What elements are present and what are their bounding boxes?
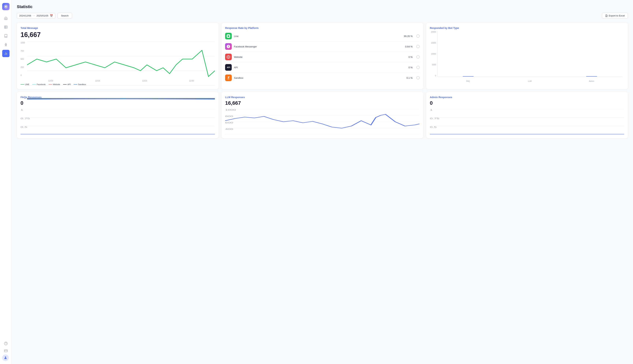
bar-admin: [561, 76, 622, 76]
sidebar-item-home[interactable]: [2, 15, 10, 22]
sandbox-name: Sandbox: [234, 76, 404, 79]
svg-text:400: 400: [225, 128, 233, 130]
sidebar-item-card[interactable]: [2, 347, 10, 354]
svg-rect-12: [4, 350, 7, 352]
total-message-title: Total Message: [20, 26, 215, 30]
date-to: 2025/01/05: [36, 14, 48, 17]
line-name: Line: [234, 35, 402, 38]
bot-type-title: Responded by Bot Type: [430, 26, 624, 30]
llm-title: LLM Responses: [225, 96, 420, 99]
facebook-radio[interactable]: [416, 45, 420, 48]
date-from: 2024/12/06: [19, 14, 31, 17]
export-label: Export to Excel: [609, 14, 625, 17]
sandbox-radio[interactable]: [416, 76, 420, 80]
svg-point-6: [6, 44, 6, 45]
line-pct: 99.26 %: [404, 35, 413, 38]
svg-point-14: [5, 356, 6, 358]
platform-item-api: API API 0 %: [225, 62, 420, 73]
total-message-card: Total Message 16,667 10007505002500: [17, 23, 218, 89]
response-rate-card: Response Rate by Platform Line 99.26 %: [222, 23, 423, 89]
yaxis-labels: 10007505002500: [20, 42, 26, 76]
sidebar-item-chart[interactable]: [2, 50, 10, 57]
platform-item-facebook: Facebook Messenger 0.64 %: [225, 42, 420, 52]
website-radio[interactable]: [416, 55, 420, 58]
svg-point-0: [5, 6, 6, 7]
toolbar: 2024/12/06 → 2025/01/05 📅 Search Export …: [17, 13, 628, 18]
xlabel-llm: LLM: [499, 80, 561, 82]
api-radio[interactable]: [416, 66, 420, 69]
llm-chart: 1000 800 600 400: [225, 109, 420, 134]
facebook-pct: 0.64 %: [405, 45, 412, 48]
export-button[interactable]: Export to Excel: [602, 13, 628, 18]
admin-chart: 1 0.75 0.5: [430, 109, 624, 134]
sidebar-bottom: [2, 340, 10, 361]
svg-point-25: [229, 76, 230, 77]
api-pct: 0 %: [408, 66, 412, 69]
app-logo[interactable]: [2, 3, 10, 10]
line-radio[interactable]: [416, 34, 420, 38]
svg-text:0.5: 0.5: [430, 126, 437, 128]
svg-text:0.75: 0.75: [430, 117, 440, 120]
svg-text:800: 800: [225, 115, 233, 118]
llm-value: 16,667: [225, 100, 420, 106]
sandbox-pct: 0.1 %: [406, 76, 412, 79]
total-message-chart: 10007505002500: [20, 42, 215, 82]
sidebar-item-help[interactable]: [2, 340, 10, 347]
sandbox-icon: [225, 74, 232, 81]
export-icon: [605, 14, 608, 17]
platform-item-website: Website 0 %: [225, 52, 420, 62]
svg-text:1: 1: [430, 109, 432, 111]
calendar-icon: 📅: [50, 14, 53, 17]
xaxis-labels: 12/0912/1612/2312/30: [27, 80, 215, 82]
website-pct: 0 %: [408, 56, 412, 58]
llm-card: LLM Responses 16,667 1000 800 600 400: [222, 92, 423, 138]
bar-xaxis: FAQ LLM Admin: [437, 80, 622, 82]
admin-bar: [586, 76, 597, 76]
total-message-value: 16,667: [20, 31, 215, 39]
admin-card: Admin Responses 0 1 0.75 0.5: [426, 92, 628, 138]
faqs-chart: 1 0.75 0.5: [20, 109, 215, 134]
bot-type-card: Responded by Bot Type 200001500010000500…: [426, 23, 628, 89]
bot-type-chart: 20000150001000050000 FAQ LLM: [430, 31, 624, 82]
facebook-icon: [225, 43, 232, 50]
platform-list: Line 99.26 % Facebook Messenger 0.64 %: [225, 31, 420, 83]
api-name: API: [234, 66, 406, 69]
svg-text:1: 1: [20, 109, 23, 111]
xlabel-faq: FAQ: [437, 80, 499, 82]
facebook-name: Facebook Messenger: [234, 45, 403, 48]
platform-item-sandbox: Sandbox 0.1 %: [225, 73, 420, 83]
website-name: Website: [234, 56, 406, 58]
search-button[interactable]: Search: [58, 13, 72, 18]
total-message-line-chart: [27, 42, 215, 100]
avatar[interactable]: [2, 354, 9, 361]
sidebar-item-table[interactable]: [2, 24, 10, 31]
admin-title: Admin Responses: [430, 96, 624, 99]
date-arrow: →: [32, 14, 35, 17]
faqs-value: 0: [20, 100, 215, 106]
website-icon: [225, 54, 232, 60]
bar-yaxis: 20000150001000050000: [430, 31, 437, 77]
svg-text:0.5: 0.5: [20, 126, 27, 128]
svg-text:600: 600: [225, 122, 233, 124]
page-title: Statistic: [17, 4, 628, 9]
xlabel-admin: Admin: [561, 80, 622, 82]
admin-value: 0: [430, 100, 624, 106]
svg-point-24: [228, 76, 229, 78]
response-rate-title: Response Rate by Platform: [225, 26, 420, 30]
main-content: Statistic 2024/12/06 → 2025/01/05 📅 Sear…: [12, 0, 633, 364]
date-range[interactable]: 2024/12/06 → 2025/01/05 📅: [17, 13, 55, 18]
top-cards-row: Total Message 16,667 10007505002500: [17, 23, 628, 89]
sidebar-item-rocket[interactable]: [2, 41, 10, 48]
api-icon: API: [225, 64, 232, 71]
platform-item-line: Line 99.26 %: [225, 31, 420, 42]
bar-chart-inner: [437, 31, 622, 77]
line-icon: [225, 33, 232, 39]
svg-text:1000: 1000: [225, 109, 236, 111]
svg-text:0.75: 0.75: [20, 117, 30, 120]
svg-rect-2: [4, 26, 7, 28]
sidebar-item-book[interactable]: [2, 32, 10, 40]
bar-faq: [438, 76, 499, 76]
sidebar: [0, 0, 12, 364]
faq-bar: [463, 76, 474, 76]
